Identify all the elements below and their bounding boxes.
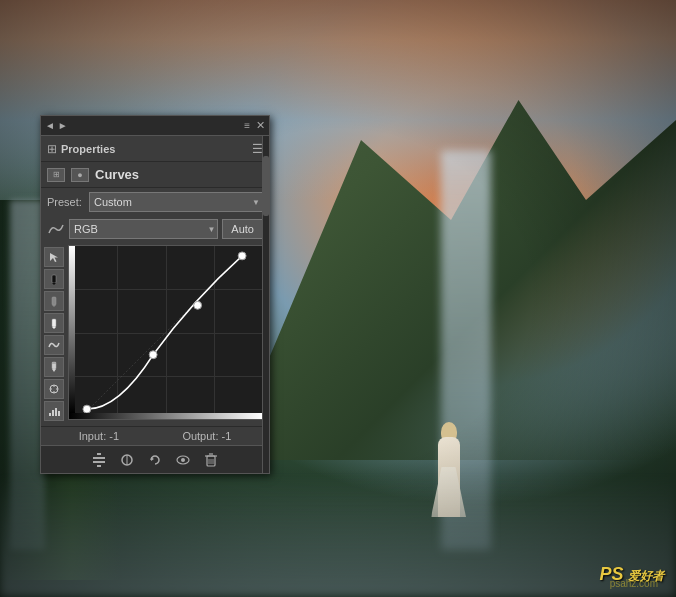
channel-icon [47, 220, 65, 238]
output-label: Output: -1 [182, 430, 231, 442]
panel-collapse-arrows[interactable]: ◄ ► [45, 120, 68, 131]
preset-row: Preset: Custom Default Strong Contrast L… [41, 188, 269, 216]
curves-visibility-icon[interactable]: ● [71, 168, 89, 182]
svg-rect-8 [52, 362, 56, 364]
auto-button[interactable]: Auto [222, 219, 263, 239]
svg-rect-2 [52, 297, 56, 305]
gradient-bar-x [69, 413, 262, 419]
preset-label: Preset: [47, 196, 85, 208]
panel-scrollbar[interactable] [262, 136, 269, 473]
svg-marker-5 [52, 327, 56, 329]
svg-rect-14 [49, 413, 51, 416]
svg-point-22 [238, 252, 246, 260]
curves-header: ⊞ ● Curves [41, 162, 269, 188]
curve-svg [69, 246, 262, 419]
trash-icon [204, 453, 218, 467]
svg-rect-23 [93, 457, 105, 459]
gradient-bar-y [69, 246, 75, 413]
panel-close-button[interactable]: ✕ [256, 119, 265, 132]
panel-title: Properties [61, 143, 115, 155]
eye-icon [176, 453, 190, 467]
titlebar-right: ≡ ✕ [244, 119, 265, 132]
panel-scrollbar-thumb[interactable] [263, 156, 269, 216]
curve-graph[interactable] [68, 245, 263, 420]
figure [426, 407, 471, 517]
panel-toolbar [41, 445, 269, 473]
svg-rect-24 [93, 461, 105, 463]
svg-rect-17 [58, 411, 60, 416]
preset-select[interactable]: Custom Default Strong Contrast Linear Co… [89, 192, 263, 212]
add-layer-icon [92, 453, 106, 467]
svg-marker-7 [52, 369, 56, 372]
reset-icon [148, 453, 162, 467]
svg-rect-0 [52, 275, 56, 283]
curves-adjustment-icon: ⊞ [47, 168, 65, 182]
mist [0, 477, 676, 597]
eyedropper-gray-btn[interactable] [44, 291, 64, 311]
pencil-tool-btn[interactable] [44, 357, 64, 377]
curves-wave-icon [48, 221, 64, 237]
figure-dress [431, 467, 466, 517]
curve-area [41, 242, 269, 426]
svg-rect-16 [55, 408, 57, 416]
eyedropper-white-btn[interactable] [44, 313, 64, 333]
clip-icon [120, 453, 134, 467]
svg-line-18 [87, 254, 244, 411]
pointer-tool-btn[interactable] [44, 247, 64, 267]
delete-button[interactable] [201, 450, 221, 470]
reset-button[interactable] [145, 450, 165, 470]
svg-rect-26 [97, 465, 101, 467]
watermark-domain: psahz.com [610, 578, 658, 589]
channel-row: RGB Red Green Blue ▼ Auto [41, 216, 269, 242]
svg-rect-15 [52, 410, 54, 416]
eyedropper-black-btn[interactable] [44, 269, 64, 289]
channel-select[interactable]: RGB Red Green Blue [69, 219, 218, 239]
star-tool-btn[interactable] [44, 379, 64, 399]
panel-menu-icon[interactable]: ≡ [244, 120, 250, 131]
properties-panel: ◄ ► ≡ ✕ ⊞ Properties ☰ ⊞ ● Curves Preset… [40, 115, 270, 474]
preset-select-wrapper: Custom Default Strong Contrast Linear Co… [89, 192, 263, 212]
io-row: Input: -1 Output: -1 [41, 426, 269, 445]
svg-rect-4 [52, 319, 56, 327]
svg-point-31 [181, 458, 185, 462]
panel-titlebar: ◄ ► ≡ ✕ [41, 116, 269, 136]
svg-point-21 [194, 301, 202, 309]
svg-marker-3 [52, 305, 56, 307]
clip-button[interactable] [117, 450, 137, 470]
panel-header: ⊞ Properties ☰ [41, 136, 269, 162]
visibility-button[interactable] [173, 450, 193, 470]
panel-header-icon: ⊞ [47, 142, 57, 156]
svg-rect-25 [97, 453, 101, 455]
titlebar-left: ◄ ► [45, 120, 68, 131]
panel-header-left: ⊞ Properties [47, 142, 115, 156]
svg-point-20 [149, 351, 157, 359]
curves-title: Curves [95, 167, 139, 182]
histogram-tool-btn[interactable] [44, 401, 64, 421]
smooth-tool-btn[interactable] [44, 335, 64, 355]
channel-select-wrapper: RGB Red Green Blue ▼ [69, 219, 218, 239]
add-layer-button[interactable] [89, 450, 109, 470]
input-label: Input: -1 [79, 430, 119, 442]
svg-point-19 [83, 405, 91, 413]
tool-sidebar [44, 245, 66, 423]
svg-marker-1 [52, 283, 56, 285]
